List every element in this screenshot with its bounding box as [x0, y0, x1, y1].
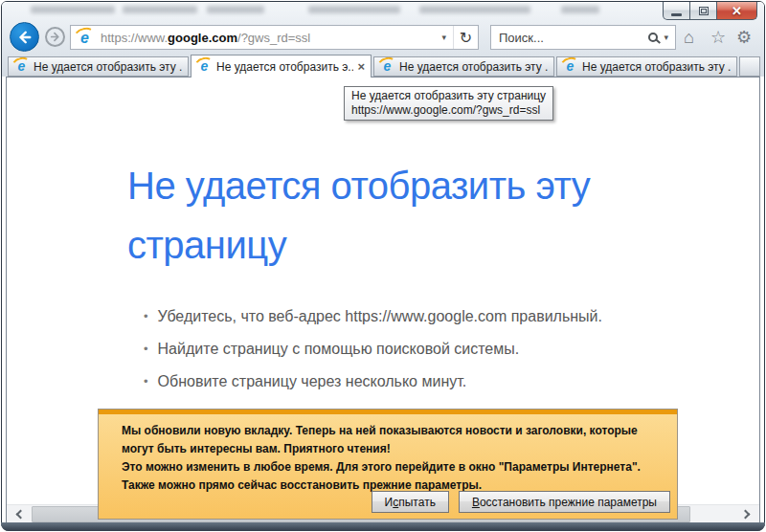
tooltip-url: https://www.google.com/?gws_rd=ssl [351, 103, 546, 118]
minimize-button[interactable] [663, 2, 690, 20]
url-text: https://www.google.com/?gws_rd=ssl [101, 31, 310, 45]
tab-favicon-ie-icon: e [380, 59, 394, 74]
tab-close-button[interactable]: × [353, 60, 365, 73]
blurred-title-text [207, 6, 264, 13]
tab-4[interactable]: e Не удается отобразить эту ... [556, 56, 737, 77]
tab-1[interactable]: e Не удается отобразить эту ... [8, 56, 189, 77]
chevron-right-icon [741, 510, 751, 520]
browser-window: ✕ e https://www.google.com/?gws_rd=ssl ▾… [1, 1, 765, 531]
refresh-icon: ↻ [460, 29, 472, 47]
search-icon[interactable] [648, 33, 658, 42]
address-dropdown-icon[interactable]: ▾ [435, 33, 453, 42]
tab-title: Не удается отобразить эту ... [34, 60, 182, 74]
error-suggestion-item: Обновите страницу через несколько минут. [144, 372, 602, 390]
back-button[interactable] [10, 22, 39, 52]
tab-3[interactable]: e Не удается отобразить эту ... [373, 56, 554, 77]
tab-bar: e Не удается отобразить эту ... e Не уда… [2, 55, 764, 77]
blurred-title-text [419, 6, 530, 13]
tab-favicon-ie-icon: e [197, 59, 212, 74]
page-favicon-ie-icon: e [77, 30, 93, 46]
tab-title: Не удается отобразить эту ... [399, 60, 548, 74]
button-label-part: пытать [398, 496, 436, 509]
back-arrow-icon [16, 29, 34, 46]
forward-button[interactable] [45, 27, 65, 47]
url-scheme: https://www. [101, 31, 168, 45]
close-button[interactable]: ✕ [716, 2, 757, 20]
forward-arrow-icon [49, 31, 61, 43]
title-bar [2, 2, 764, 19]
error-suggestion-item: Найдите страницу с помощью поисковой сис… [144, 340, 602, 358]
notification-message: Мы обновили новую вкладку. Теперь на ней… [99, 414, 677, 495]
error-page-title: Не удается отобразить эту страницу [127, 156, 721, 275]
notification-bar: Мы обновили новую вкладку. Теперь на ней… [98, 409, 678, 520]
tooltip-title: Не удается отобразить эту страницу [351, 89, 546, 103]
home-button[interactable]: ⌂ [684, 27, 694, 48]
blurred-title-text [31, 6, 115, 13]
browser-chrome: ✕ e https://www.google.com/?gws_rd=ssl ▾… [2, 2, 764, 77]
favorites-button[interactable]: ☆ [710, 27, 726, 48]
page-content: Не удается отобразить эту страницу https… [6, 77, 760, 522]
url-path: /?gws_rd=ssl [237, 31, 310, 45]
new-tab-button[interactable] [739, 56, 760, 77]
notification-paragraph: Это можно изменить в любое время. Для эт… [122, 458, 662, 495]
home-icon: ⌂ [684, 28, 694, 47]
tab-title: Не удается отобразить эту ... [582, 60, 731, 74]
button-label-part: осстановить прежние параметры [480, 496, 657, 509]
tab-favicon-ie-icon: e [563, 59, 577, 74]
notification-buttons: Испытать Восстановить прежние параметры [372, 491, 670, 513]
scroll-left-button[interactable] [8, 505, 31, 522]
error-suggestions: Убедитесь, что веб-адрес https://www.goo… [144, 307, 602, 405]
button-accesskey: В [472, 496, 480, 509]
tab-title: Не удается отобразить э... [216, 60, 353, 74]
try-button[interactable]: Испытать [372, 491, 449, 513]
tab-tooltip: Не удается отобразить эту страницу https… [344, 86, 553, 121]
tab-2-active[interactable]: e Не удается отобразить э... × [191, 55, 372, 78]
close-icon: ✕ [732, 5, 742, 17]
minimize-icon [671, 13, 682, 16]
search-input[interactable] [491, 31, 648, 45]
window-controls: ✕ [664, 2, 757, 20]
url-domain: google.com [168, 31, 237, 45]
blurred-title-text [561, 6, 599, 13]
window-bottom-frame [1, 522, 765, 531]
scroll-right-button[interactable] [735, 505, 758, 522]
tab-favicon-ie-icon: e [14, 59, 29, 74]
gear-icon: ⚙ [736, 28, 752, 47]
search-dropdown-icon[interactable]: ▾ [664, 33, 675, 42]
refresh-button[interactable]: ↻ [453, 26, 478, 49]
notification-paragraph: Мы обновили новую вкладку. Теперь на ней… [122, 422, 662, 458]
settings-button[interactable]: ⚙ [736, 27, 752, 48]
address-bar[interactable]: e https://www.google.com/?gws_rd=ssl ▾ ↻ [70, 25, 479, 50]
maximize-icon [699, 7, 709, 15]
maximize-button[interactable] [689, 2, 717, 20]
button-label-part: И [385, 496, 394, 509]
chevron-left-icon [16, 510, 26, 520]
blurred-title-text [308, 6, 400, 13]
search-box: ▾ [490, 25, 676, 50]
restore-settings-button[interactable]: Восстановить прежние параметры [459, 491, 670, 513]
star-icon: ☆ [710, 28, 726, 47]
blurred-title-text [123, 6, 197, 13]
error-suggestion-item: Убедитесь, что веб-адрес https://www.goo… [144, 307, 602, 325]
